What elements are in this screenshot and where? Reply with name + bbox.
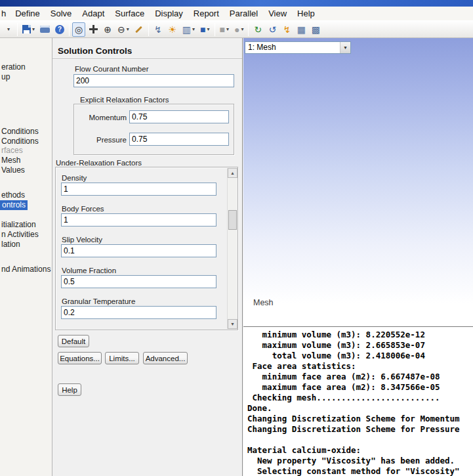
view-selector-value: 1: Mesh: [245, 42, 340, 53]
slip-velocity-label: Slip Velocity: [62, 236, 102, 244]
probe-tool-button[interactable]: [133, 22, 146, 37]
equations-button[interactable]: Equations...: [58, 352, 102, 364]
console-line: Material calcium-oxide:: [247, 445, 473, 456]
adapt-flash-button[interactable]: ↯: [280, 22, 293, 37]
explicit-relaxation-group: Momentum Pressure: [73, 104, 234, 155]
window-titlebar[interactable]: [0, 0, 473, 7]
scroll-up-icon: ▲: [230, 171, 235, 175]
navigation-tree: eration up Conditions Conditions rfaces …: [0, 38, 52, 476]
console-line: Done.: [247, 403, 473, 414]
menu-adapt[interactable]: Adapt: [77, 7, 110, 20]
scrollbar-thumb[interactable]: [228, 210, 237, 230]
sync-button[interactable]: ↺: [266, 22, 279, 37]
menu-mesh[interactable]: h: [0, 7, 10, 20]
flash-icon: ↯: [283, 25, 291, 34]
probe-pencil-icon: [135, 26, 142, 33]
zoom-flash-icon: ↯: [154, 25, 162, 34]
zoom-out-icon: ⊖: [117, 25, 125, 34]
embedded-windows-button[interactable]: ▩: [309, 22, 322, 37]
save-button[interactable]: ▾: [20, 22, 37, 37]
toolbar-separator: [17, 23, 18, 36]
under-relaxation-group: Density Body Forces Slip Velocity Volume…: [55, 167, 238, 330]
flow-courant-label: Flow Courant Number: [75, 65, 148, 73]
density-input[interactable]: [61, 183, 216, 196]
pattern-button[interactable]: ▥▾: [180, 22, 197, 37]
chevron-down-icon: ▾: [207, 27, 209, 32]
body-forces-input[interactable]: [61, 213, 216, 227]
console-line: Changing Discretization Scheme for Momen…: [247, 414, 473, 424]
default-button[interactable]: Default: [58, 335, 89, 347]
menu-surface[interactable]: Surface: [110, 7, 150, 20]
help-icon: ?: [55, 25, 64, 34]
tree-item-reference-values[interactable]: Values: [1, 165, 25, 175]
mouse-select-tool-button[interactable]: ◎: [72, 22, 85, 37]
tree-item-dynamic-mesh[interactable]: Mesh: [1, 156, 20, 165]
tree-item-boundary-conditions[interactable]: Conditions: [1, 137, 39, 146]
under-relaxation-scrollbar[interactable]: ▲ ▼: [227, 168, 237, 329]
graphics-viewport[interactable]: 1: Mesh ▼ Mesh: [243, 38, 473, 326]
console-line: minimum volume (m3): 8.220552e-12: [247, 330, 473, 340]
slip-velocity-input[interactable]: [61, 244, 216, 257]
pan-tool-button[interactable]: [87, 22, 100, 37]
page-title: Solution Controls: [58, 46, 132, 56]
menu-report[interactable]: Report: [188, 7, 224, 20]
object-display-button[interactable]: ■▾: [218, 22, 231, 37]
density-label: Density: [62, 174, 87, 182]
scene-button[interactable]: ■▾: [198, 22, 211, 37]
tree-item-run-calculation[interactable]: lation: [1, 240, 20, 249]
window-layout-button[interactable]: ▦: [295, 22, 308, 37]
momentum-input[interactable]: [129, 110, 229, 123]
limits-button[interactable]: Limits...: [105, 352, 139, 364]
help-button[interactable]: ?: [53, 22, 66, 37]
console-line: minimum face area (m2): 6.667487e-08: [247, 372, 473, 382]
tree-item-solution-methods[interactable]: ethods: [1, 190, 25, 200]
console-line: Checking mesh.........................: [247, 393, 473, 403]
panel-help-button[interactable]: Help: [58, 383, 81, 396]
menu-view[interactable]: View: [263, 7, 292, 20]
pattern-icon: ▥: [182, 25, 191, 34]
advanced-button[interactable]: Advanced...: [143, 352, 188, 364]
tree-item-setup[interactable]: up: [1, 72, 10, 82]
menu-display[interactable]: Display: [150, 7, 188, 20]
chevron-down-icon: ▼: [343, 45, 348, 50]
menu-help[interactable]: Help: [292, 7, 320, 20]
tree-item-general[interactable]: eration: [1, 62, 26, 72]
tree-item-calculation-activities[interactable]: n Activities: [1, 230, 39, 240]
tree-item-cell-zone-conditions[interactable]: Conditions: [1, 127, 39, 137]
toolbar: ▾ ▾ ? ◎ ⊕ ⊖▾ ↯ ☀ ▥▾ ■▾ ■▾ ●▾ ↻ ↺ ↯ ▦ ▩: [0, 20, 473, 38]
toolbar-separator: [69, 23, 70, 36]
menu-parallel[interactable]: Parallel: [224, 7, 263, 20]
menu-solve[interactable]: Solve: [45, 7, 77, 20]
render-mode-button[interactable]: ●▾: [232, 22, 245, 37]
volume-fraction-input[interactable]: [61, 275, 216, 288]
chevron-down-icon: ▾: [127, 27, 129, 32]
toolbar-separator: [248, 23, 249, 36]
flow-courant-input[interactable]: [73, 74, 234, 87]
pressure-input[interactable]: [129, 133, 229, 146]
graphics-view-selector[interactable]: 1: Mesh ▼: [245, 41, 351, 54]
tree-item-solution-initialization[interactable]: itialization: [1, 220, 36, 230]
zoom-in-button[interactable]: ⊕: [101, 22, 114, 37]
console-line: [247, 435, 473, 445]
combo-dropdown-button[interactable]: ▼: [340, 42, 350, 53]
scroll-down-button[interactable]: ▼: [228, 319, 237, 329]
console-line: Face area statistics:: [247, 361, 473, 372]
refresh-button[interactable]: ↻: [251, 22, 264, 37]
scroll-up-button[interactable]: ▲: [228, 168, 237, 178]
zoom-in-icon: ⊕: [104, 25, 112, 34]
toolbar-overflow-button[interactable]: ▾: [1, 22, 14, 37]
gray-box-icon: ■: [220, 25, 225, 34]
tree-item-mesh-interfaces[interactable]: rfaces: [1, 146, 23, 156]
zoom-to-fit-button[interactable]: ↯: [152, 22, 165, 37]
menu-define[interactable]: Define: [10, 7, 45, 20]
under-relaxation-label: Under-Relaxation Factors: [56, 159, 142, 167]
console-output[interactable]: minimum volume (m3): 8.220552e-12 maximu…: [243, 326, 473, 476]
mesh-annotation-label: Mesh: [253, 298, 274, 307]
tree-item-graphics-and-animations[interactable]: nd Animations: [1, 265, 51, 274]
lights-button[interactable]: ☀: [166, 22, 179, 37]
print-button[interactable]: [38, 22, 52, 37]
tree-item-solution-controls[interactable]: ontrols: [0, 200, 28, 210]
toolbar-separator: [148, 23, 149, 36]
zoom-out-button[interactable]: ⊖▾: [115, 22, 131, 37]
granular-temperature-input[interactable]: [61, 306, 216, 319]
